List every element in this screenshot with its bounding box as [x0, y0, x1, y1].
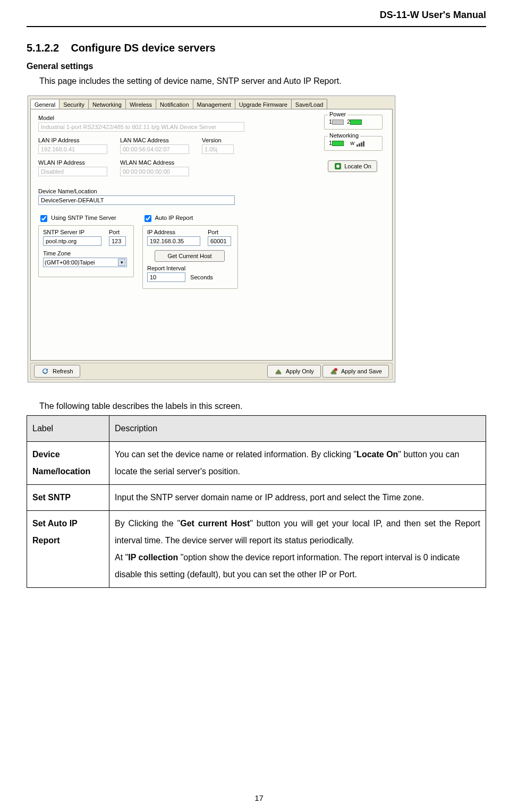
svg-point-1: [336, 165, 339, 168]
autoip-ip-input[interactable]: [147, 236, 200, 246]
autoip-group: IP Address Port Get Current Host Report …: [142, 225, 238, 289]
wlan-mac-label: WLAN MAC Address: [120, 159, 189, 166]
section-heading: 5.1.2.2 Configure DS device servers: [27, 42, 486, 54]
page-number: 17: [0, 793, 518, 802]
net-w-label: w: [350, 140, 354, 146]
locate-on-label: Locate On: [344, 163, 371, 169]
tz-label: Time Zone: [43, 250, 127, 257]
interval-input[interactable]: [147, 272, 185, 282]
section-title: Configure DS device servers: [71, 42, 215, 54]
svg-point-4: [334, 368, 337, 371]
sntp-server-input[interactable]: [43, 236, 101, 246]
model-label: Model: [38, 115, 244, 121]
device-name-label: Device Name/Location: [38, 188, 235, 194]
tab-management[interactable]: Management: [193, 99, 235, 109]
locate-on-button[interactable]: Locate On: [328, 160, 377, 172]
sntp-group: SNTP Server IP Port Time Zone (GMT+08:00…: [38, 225, 134, 277]
row-device-name-desc: You can set the device name or related i…: [109, 442, 486, 485]
wifi-signal-icon: [356, 140, 364, 147]
general-panel: Model Industrial 1-port RS232/422/485 to…: [30, 109, 393, 361]
bold-get-current-host: Get current Host: [180, 519, 250, 528]
power-label: Power: [328, 111, 347, 117]
row-autoip-label: Set Auto IP Report: [27, 511, 109, 588]
sntp-port-input[interactable]: [109, 236, 126, 246]
refresh-icon: [41, 367, 49, 375]
wlan-ip-label: WLAN IP Address: [38, 159, 107, 166]
text-fragment: You can set the device name or related i…: [115, 450, 356, 459]
refresh-label: Refresh: [53, 368, 73, 374]
tab-networking[interactable]: Networking: [88, 99, 126, 109]
bold-ip-collection: IP collection: [128, 553, 180, 562]
row-autoip-desc: By Clicking the "Get current Host" butto…: [109, 511, 486, 588]
doc-header: DS-11-W User's Manual: [27, 6, 486, 27]
text-fragment: At ": [115, 553, 128, 562]
apply-only-button[interactable]: Apply Only: [267, 365, 321, 378]
tab-save-load[interactable]: Save/Load: [291, 99, 328, 109]
networking-label: Networking: [328, 132, 360, 139]
networking-status-box: Networking 1 w: [324, 136, 383, 151]
apply-save-label: Apply and Save: [341, 368, 382, 374]
text-fragment: By Clicking the ": [115, 519, 180, 528]
get-current-host-button[interactable]: Get Current Host: [155, 250, 225, 262]
row-sntp-label: Set SNTP: [27, 485, 109, 511]
description-table: Label Description Device Name/location Y…: [27, 415, 486, 588]
th-label: Label: [27, 416, 109, 442]
power-1-led-icon: [332, 119, 344, 125]
interval-label: Report Interval: [147, 265, 213, 271]
autoip-port-input[interactable]: [208, 236, 231, 246]
sntp-server-label: SNTP Server IP: [43, 229, 101, 235]
sntp-checkbox[interactable]: [40, 215, 47, 222]
table-intro: The following table describes the labels…: [27, 401, 486, 411]
tab-strip: General Security Networking Wireless Not…: [28, 96, 395, 109]
section-number: 5.1.2.2: [27, 42, 59, 54]
row-device-name-label: Device Name/location: [27, 442, 109, 485]
app-window: General Security Networking Wireless Not…: [28, 96, 395, 382]
version-label: Version: [202, 137, 234, 143]
autoip-ip-label: IP Address: [147, 229, 200, 235]
svg-rect-2: [276, 373, 281, 374]
lan-ip-label: LAN IP Address: [38, 137, 107, 143]
lan-ip-value: 192.168.0.41: [38, 144, 107, 154]
autoip-check-label: Auto IP Report: [155, 215, 193, 221]
power-2-led-icon: [350, 119, 362, 125]
apply-icon: [274, 367, 283, 375]
apply-only-label: Apply Only: [286, 368, 314, 374]
bottom-toolbar: Refresh Apply Only Apply and Save: [30, 363, 393, 380]
tz-value: (GMT+08:00)Taipei: [45, 259, 95, 266]
locate-icon: [334, 162, 342, 170]
apply-save-button[interactable]: Apply and Save: [322, 365, 389, 378]
tab-upgrade-firmware[interactable]: Upgrade Firmware: [235, 99, 292, 109]
th-desc: Description: [109, 416, 486, 442]
refresh-button[interactable]: Refresh: [34, 365, 80, 378]
sntp-check-label: Using SNTP Time Server: [51, 215, 116, 221]
power-status-box: Power 1 2: [324, 115, 383, 130]
tz-select[interactable]: (GMT+08:00)Taipei ▾: [43, 258, 127, 267]
tab-notification[interactable]: Notification: [156, 99, 193, 109]
intro-text: This page includes the setting of device…: [27, 76, 486, 86]
subheading: General settings: [27, 62, 486, 71]
bold-locate-on: Locate On: [356, 450, 398, 459]
sntp-port-label: Port: [109, 229, 126, 235]
interval-unit: Seconds: [190, 274, 213, 280]
tab-wireless[interactable]: Wireless: [125, 99, 156, 109]
model-value: Industrial 1-port RS232/422/485 to 802.1…: [38, 122, 244, 132]
wlan-ip-value: Disabled: [38, 167, 107, 176]
chevron-down-icon: ▾: [118, 259, 125, 266]
tab-general[interactable]: General: [30, 99, 60, 109]
lan-mac-label: LAN MAC Address: [120, 137, 189, 143]
net-1-led-icon: [332, 141, 344, 146]
row-sntp-desc: Input the SNTP server domain name or IP …: [109, 485, 486, 511]
autoip-checkbox[interactable]: [145, 215, 151, 222]
autoip-port-label: Port: [208, 229, 231, 235]
lan-mac-value: 00:00:56:04:02:07: [120, 144, 189, 154]
version-value: 1.05j: [202, 144, 234, 154]
tab-security[interactable]: Security: [59, 99, 89, 109]
wlan-mac-value: 00:00:00:00:00:00: [120, 167, 189, 176]
apply-save-icon: [329, 367, 338, 375]
svg-rect-3: [331, 373, 336, 374]
device-name-input[interactable]: [38, 195, 235, 205]
